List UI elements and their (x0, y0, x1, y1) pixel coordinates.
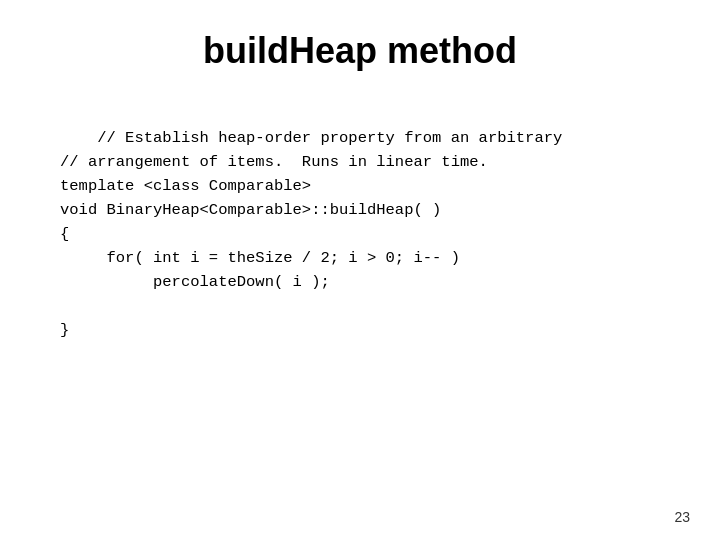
code-line-7: percolateDown( i ); (60, 273, 330, 291)
code-line-2: // arrangement of items. Runs in linear … (60, 153, 488, 171)
slide-title: buildHeap method (50, 30, 670, 72)
code-line-6: for( int i = theSize / 2; i > 0; i-- ) (60, 249, 460, 267)
code-line-1: // Establish heap-order property from an… (97, 129, 562, 147)
code-line-3: template <class Comparable> (60, 177, 311, 195)
slide-container: buildHeap method // Establish heap-order… (0, 0, 720, 540)
code-line-4: void BinaryHeap<Comparable>::buildHeap( … (60, 201, 441, 219)
code-line-9: } (60, 321, 69, 339)
code-line-5: { (60, 225, 69, 243)
page-number: 23 (674, 509, 690, 525)
code-block: // Establish heap-order property from an… (60, 102, 562, 366)
